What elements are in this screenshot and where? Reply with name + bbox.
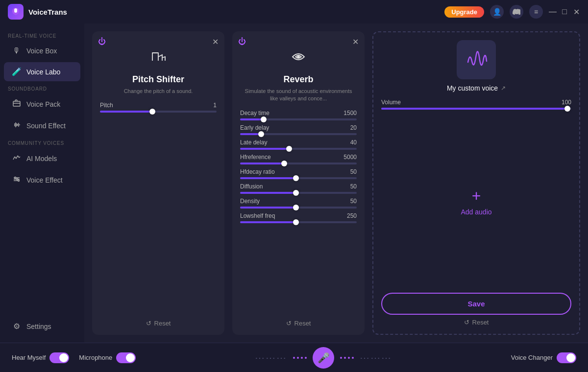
pitch-icon xyxy=(148,47,168,70)
sidebar-item-voice-box[interactable]: 🎙 Voice Box xyxy=(4,42,80,60)
export-icon: ↗ xyxy=(501,85,506,92)
svg-point-17 xyxy=(15,177,16,179)
pack-icon xyxy=(12,99,22,109)
mic-button[interactable]: 🎤 xyxy=(313,347,334,369)
reverb-reset-label: Reset xyxy=(294,320,311,327)
sidebar-item-voice-effect[interactable]: Voice Effect xyxy=(4,170,80,190)
custom-voice-section: My custom voice ↗ Volume 100 xyxy=(381,40,571,110)
early-delay-slider[interactable] xyxy=(240,133,357,135)
svg-line-13 xyxy=(19,157,20,158)
sidebar-item-sound-effect[interactable]: Sound Effect xyxy=(4,116,80,136)
maximize-button[interactable]: □ xyxy=(561,8,568,16)
pitch-close-button[interactable]: ✕ xyxy=(212,37,219,46)
custom-reset-button[interactable]: ↺ Reset xyxy=(464,319,489,326)
profile-icon[interactable]: 👤 xyxy=(490,5,504,19)
dot7 xyxy=(348,357,350,359)
section-community: COMMUNITY VOICES xyxy=(0,137,84,148)
lowshelf-slider[interactable] xyxy=(240,221,357,223)
sidebar-bottom: ⚙ Settings xyxy=(0,316,84,337)
reverb-desc: Simulate the sound of acoustic environme… xyxy=(240,88,357,103)
sidebar-label-ai-models: AI Models xyxy=(26,155,57,163)
dot3 xyxy=(301,357,303,359)
pitch-title: Pitch Shifter xyxy=(132,74,184,85)
svg-line-11 xyxy=(16,156,18,159)
decay-time-slider[interactable] xyxy=(240,118,357,120)
custom-voice-text: My custom voice xyxy=(447,84,498,92)
sidebar-item-voice-pack[interactable]: Voice Pack xyxy=(4,94,80,114)
reverb-reset-button[interactable]: ↺ Reset xyxy=(286,314,311,327)
save-button[interactable]: Save xyxy=(381,293,571,315)
reverb-slider-hfdecay-ratio: Hfdecay ratio 50 xyxy=(240,168,357,179)
window-controls: — □ ✕ xyxy=(549,8,580,16)
main-content: ⏻ ✕ Pitch Shifter Change the pitch of a … xyxy=(84,23,588,343)
svg-point-19 xyxy=(18,180,20,182)
hfdecay-slider[interactable] xyxy=(240,177,357,179)
sidebar-item-ai-models[interactable]: AI Models xyxy=(4,149,80,168)
reverb-slider-lowshelf-freq: Lowshelf freq 250 xyxy=(240,212,357,223)
sidebar-label-voice-pack: Voice Pack xyxy=(26,100,60,108)
reverb-reset-icon: ↺ xyxy=(286,320,292,327)
diffusion-slider[interactable] xyxy=(240,192,357,194)
titlebar-left: VoiceTrans xyxy=(8,4,67,20)
voice-changer-knob xyxy=(566,353,575,362)
volume-label: Volume xyxy=(381,99,401,106)
hfreference-slider[interactable] xyxy=(240,163,357,164)
microphone-toggle[interactable] xyxy=(116,352,136,363)
dot-indicators-right xyxy=(340,357,354,359)
svg-point-20 xyxy=(297,56,299,58)
pitch-label: Pitch xyxy=(100,102,113,109)
upgrade-button[interactable]: Upgrade xyxy=(444,6,484,18)
minimize-button[interactable]: — xyxy=(549,8,557,16)
volume-slider[interactable] xyxy=(381,108,571,110)
pitch-reset-button[interactable]: ↺ Reset xyxy=(146,314,171,327)
sidebar-item-settings[interactable]: ⚙ Settings xyxy=(4,317,80,336)
reverb-power-button[interactable]: ⏻ xyxy=(238,37,246,46)
hear-myself-toggle[interactable] xyxy=(49,352,69,363)
hear-myself-label: Hear Myself xyxy=(12,354,46,361)
density-slider[interactable] xyxy=(240,207,357,209)
reverb-slider-diffusion: Diffusion 50 xyxy=(240,183,357,194)
reverb-close-button[interactable]: ✕ xyxy=(352,37,359,46)
add-audio-area[interactable]: + Add audio xyxy=(461,187,491,216)
labo-icon: 🧪 xyxy=(12,67,22,76)
close-button[interactable]: ✕ xyxy=(572,8,580,16)
effect-icon xyxy=(12,175,22,185)
dot4 xyxy=(305,357,307,359)
save-section: Save ↺ Reset xyxy=(381,293,571,326)
pitch-thumb[interactable] xyxy=(149,109,155,115)
sidebar-label-settings: Settings xyxy=(26,323,51,330)
pitch-power-button[interactable]: ⏻ xyxy=(98,37,106,46)
sidebar-item-voice-labo[interactable]: 🧪 Voice Labo xyxy=(4,62,80,81)
volume-fill xyxy=(381,108,567,110)
voice-changer-toggle[interactable] xyxy=(557,352,576,363)
menu-icon[interactable]: ≡ xyxy=(529,5,543,19)
custom-reset-icon: ↺ xyxy=(464,319,469,326)
titlebar: VoiceTrans Upgrade 👤 ≡ — □ ✕ xyxy=(0,0,588,23)
volume-thumb[interactable] xyxy=(564,106,570,112)
reverb-slider-late-delay: Late delay 40 xyxy=(240,139,357,150)
sidebar-label-voice-effect: Voice Effect xyxy=(26,176,63,184)
add-audio-label: Add audio xyxy=(461,208,491,216)
discord-icon[interactable] xyxy=(510,5,523,19)
late-delay-slider[interactable] xyxy=(240,148,357,150)
sidebar-label-sound-effect: Sound Effect xyxy=(26,122,66,130)
reverb-slider-decay-time: Decay time 1500 xyxy=(240,110,357,120)
titlebar-right: Upgrade 👤 ≡ — □ ✕ xyxy=(444,5,580,19)
volume-value: 100 xyxy=(562,99,571,106)
add-audio-panel: My custom voice ↗ Volume 100 + Add aud xyxy=(372,31,580,335)
custom-reset-label: Reset xyxy=(472,319,489,326)
pitch-slider[interactable] xyxy=(100,111,217,113)
dot-indicators-left xyxy=(293,357,307,359)
sidebar: REAL-TIME VOICE 🎙 Voice Box 🧪 Voice Labo… xyxy=(0,23,84,343)
pitch-slider-row: Pitch 1 xyxy=(100,102,217,113)
reverb-card: ⏻ ✕ Reverb Simulate the sound of acousti… xyxy=(232,31,365,335)
app-logo xyxy=(8,4,24,20)
reverb-title: Reverb xyxy=(283,74,313,85)
sidebar-label-voice-labo: Voice Labo xyxy=(26,68,60,76)
microphone-group: Microphone xyxy=(79,352,136,363)
pitch-shifter-card: ⏻ ✕ Pitch Shifter Change the pitch of a … xyxy=(92,31,224,335)
hear-myself-group: Hear Myself xyxy=(12,352,69,363)
app-name: VoiceTrans xyxy=(28,8,67,16)
bottom-left: Hear Myself Microphone xyxy=(12,352,136,363)
main-layout: REAL-TIME VOICE 🎙 Voice Box 🧪 Voice Labo… xyxy=(0,23,588,343)
